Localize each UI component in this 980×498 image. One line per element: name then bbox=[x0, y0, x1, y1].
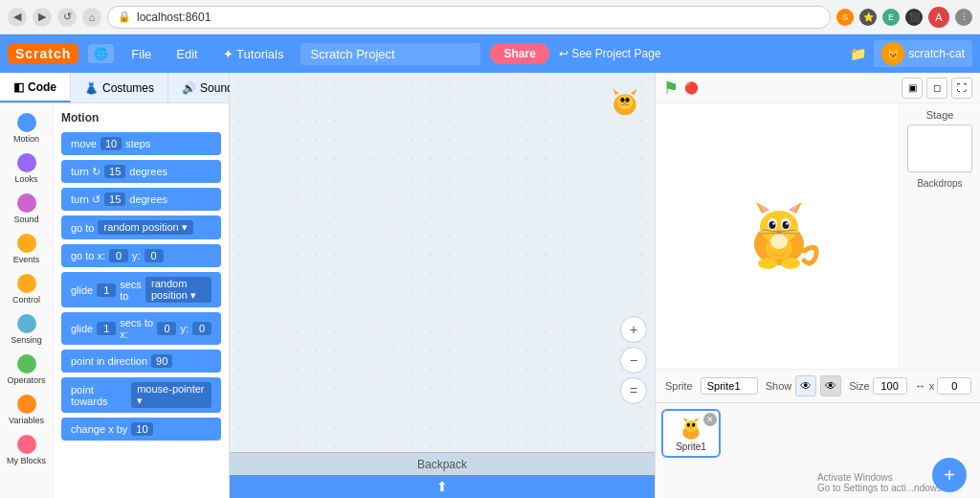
url-bar[interactable]: 🔒 localhost:8601 bbox=[107, 6, 831, 29]
see-project-button[interactable]: ↩ See Project Page bbox=[559, 47, 661, 60]
block-change-x[interactable]: change x by 10 bbox=[61, 418, 221, 441]
tab-code[interactable]: ◧ Code bbox=[0, 73, 71, 102]
ext-icon-4[interactable]: ⬛ bbox=[905, 9, 923, 26]
home-button[interactable]: ⌂ bbox=[82, 8, 101, 27]
block-point-dir[interactable]: point in direction 90 bbox=[61, 350, 221, 373]
sprite-label-text: Sprite bbox=[665, 380, 693, 392]
svg-marker-30 bbox=[682, 418, 688, 422]
tutorials-button[interactable]: ✦ Tutorials bbox=[215, 43, 292, 65]
stage-thumbnail[interactable] bbox=[907, 124, 972, 172]
forward-button[interactable]: ▶ bbox=[33, 8, 52, 27]
left-panel: ◧ Code 👗 Costumes 🔊 Sounds Motion bbox=[0, 73, 230, 498]
coding-panel: + − = Backpack ⬆ bbox=[230, 73, 655, 498]
globe-button[interactable]: 🌐 bbox=[88, 44, 114, 63]
activate-windows-notice: Activate Windows Go to Settings to acti.… bbox=[817, 472, 942, 493]
stage-cat-sprite bbox=[720, 189, 835, 284]
sprite-thumb-coding bbox=[605, 80, 645, 121]
category-sensing[interactable]: Sensing bbox=[5, 310, 49, 349]
goto-y-input: 0 bbox=[145, 249, 164, 262]
move-steps-input: 10 bbox=[100, 137, 122, 150]
size-input[interactable] bbox=[873, 377, 907, 395]
right-panel: ⚑ 🔴 ▣ ◻ ⛶ bbox=[655, 73, 980, 498]
show-eye-button[interactable]: 👁 bbox=[795, 375, 816, 396]
header-right: 📁 🐱 scratch-cat bbox=[850, 40, 972, 67]
ext-icon-2[interactable]: ⭐ bbox=[859, 9, 877, 26]
category-control[interactable]: Control bbox=[5, 270, 49, 308]
zoom-reset-button[interactable]: = bbox=[620, 377, 647, 404]
sprite-card-name: Sprite1 bbox=[676, 441, 706, 452]
category-looks[interactable]: Looks bbox=[5, 149, 49, 188]
small-stage-button[interactable]: ▣ bbox=[902, 78, 923, 99]
svg-marker-31 bbox=[694, 418, 700, 422]
coding-area[interactable]: + − = bbox=[230, 73, 655, 452]
green-flag-button[interactable]: ⚑ bbox=[663, 78, 679, 99]
bottom-expand-bar[interactable]: ⬆ bbox=[230, 475, 655, 498]
change-x-input: 10 bbox=[131, 422, 152, 436]
stage-main: Stage Backdrops bbox=[656, 103, 980, 369]
x-coord-label: x bbox=[929, 380, 935, 392]
project-name-input[interactable] bbox=[301, 43, 480, 65]
svg-point-17 bbox=[772, 222, 774, 224]
category-variables[interactable]: Variables bbox=[5, 391, 49, 429]
svg-point-25 bbox=[781, 258, 800, 269]
block-goto-xy[interactable]: go to x: 0 y: 0 bbox=[61, 244, 221, 267]
block-turn-l[interactable]: turn ↺ 15 degrees bbox=[61, 188, 221, 211]
cat-sprite-small bbox=[605, 80, 645, 121]
share-button[interactable]: Share bbox=[490, 43, 548, 64]
fullscreen-button[interactable]: ⛶ bbox=[951, 78, 972, 99]
ext-icon-3[interactable]: E bbox=[882, 9, 900, 26]
goto-dropdown: random position ▾ bbox=[98, 220, 192, 235]
stage-ctrl-right: ▣ ◻ ⛶ bbox=[902, 78, 972, 99]
large-stage-button[interactable]: ◻ bbox=[926, 78, 947, 99]
svg-point-32 bbox=[687, 423, 690, 427]
lock-icon: 🔒 bbox=[118, 11, 131, 23]
x-input[interactable] bbox=[937, 377, 971, 395]
folder-icon-button[interactable]: 📁 bbox=[850, 46, 866, 61]
block-move[interactable]: move 10 steps bbox=[61, 132, 221, 155]
add-sprite-button[interactable]: + bbox=[932, 458, 967, 492]
svg-point-6 bbox=[623, 102, 626, 104]
turn-l-input: 15 bbox=[104, 192, 125, 206]
menu-icon[interactable]: ⋮ bbox=[955, 9, 972, 26]
tab-costumes[interactable]: 👗 Costumes bbox=[71, 73, 168, 102]
hide-eye-button[interactable]: 👁 bbox=[820, 375, 841, 396]
edit-menu-button[interactable]: Edit bbox=[168, 43, 205, 65]
size-label: Size bbox=[849, 380, 869, 392]
blocks-section-title: Motion bbox=[61, 111, 221, 124]
category-sound[interactable]: Sound bbox=[5, 190, 49, 228]
category-events[interactable]: Events bbox=[5, 230, 49, 268]
sprite-delete-button[interactable]: ✕ bbox=[703, 413, 717, 426]
user-menu[interactable]: 🐱 scratch-cat bbox=[874, 40, 972, 67]
stage-label: Stage bbox=[926, 109, 954, 121]
glide2-x-input: 0 bbox=[157, 322, 176, 335]
zoom-out-button[interactable]: − bbox=[620, 347, 647, 374]
svg-point-15 bbox=[769, 221, 776, 229]
backpack-bar[interactable]: Backpack bbox=[230, 452, 655, 475]
back-button[interactable]: ◀ bbox=[8, 8, 27, 27]
svg-point-29 bbox=[684, 420, 697, 432]
profile-icon[interactable]: A bbox=[928, 7, 949, 28]
block-point-towards[interactable]: point towards mouse-pointer ▾ bbox=[61, 377, 221, 413]
block-glide-random[interactable]: glide 1 secs to random position ▾ bbox=[61, 272, 221, 307]
point-dir-input: 90 bbox=[151, 354, 172, 368]
zoom-in-button[interactable]: + bbox=[620, 316, 647, 343]
user-avatar: 🐱 bbox=[881, 42, 904, 65]
block-glide-xy[interactable]: glide 1 secs to x: 0 y: 0 bbox=[61, 312, 221, 345]
block-goto-random[interactable]: go to random position ▾ bbox=[61, 215, 221, 239]
category-operators[interactable]: Operators bbox=[5, 351, 49, 389]
ext-icon-1[interactable]: S bbox=[836, 9, 854, 26]
category-myblocks[interactable]: My Blocks bbox=[5, 431, 49, 469]
block-turn-r[interactable]: turn ↻ 15 degrees bbox=[61, 160, 221, 183]
svg-point-4 bbox=[620, 98, 624, 102]
x-field: ↔ x bbox=[915, 377, 972, 395]
svg-point-27 bbox=[770, 234, 788, 249]
sprite-name-input[interactable] bbox=[701, 377, 758, 395]
reload-button[interactable]: ↺ bbox=[57, 8, 77, 27]
glide1-dropdown: random position ▾ bbox=[145, 277, 212, 303]
svg-point-18 bbox=[786, 222, 788, 224]
category-motion[interactable]: Motion bbox=[5, 109, 49, 147]
stop-button[interactable]: 🔴 bbox=[684, 81, 699, 95]
sprite-card-sprite1[interactable]: ✕ Sprite1 bbox=[661, 409, 721, 458]
file-menu-button[interactable]: File bbox=[123, 43, 159, 65]
blocks-area: Motion Looks Sound Events Control bbox=[0, 103, 229, 498]
